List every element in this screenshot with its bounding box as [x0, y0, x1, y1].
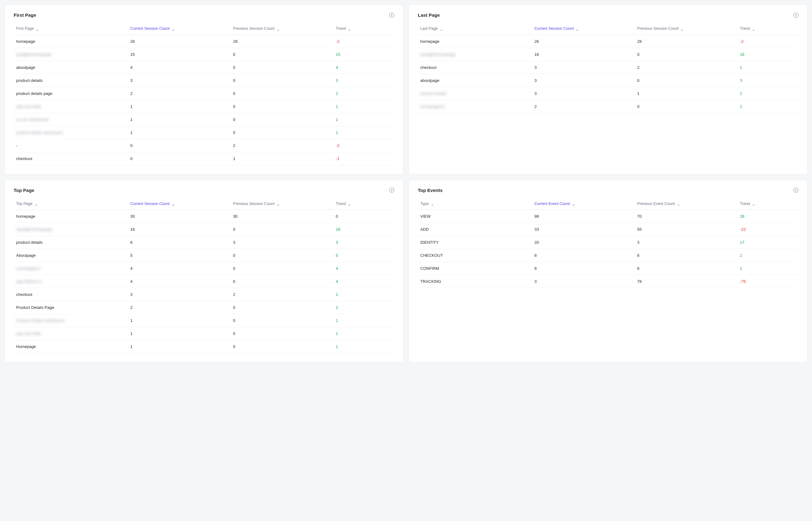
table-row: homepage2628-2	[418, 35, 798, 48]
row-trend-value: 2	[738, 100, 798, 113]
row-name-cell: VIEW	[418, 210, 532, 223]
info-icon[interactable]: i	[793, 13, 798, 18]
table-row: Aboutpage505	[14, 249, 394, 262]
column-header-current-event-count[interactable]: Current Event Count⌄	[532, 199, 635, 210]
row-current-value: 1	[128, 126, 231, 139]
data-table: Last Page⌄Current Session Count⌄Previous…	[418, 23, 798, 113]
column-header-type[interactable]: Type⌄	[418, 199, 532, 210]
first-page-card: First PageiFirst Page⌄Current Session Co…	[5, 5, 403, 174]
row-name-cell: TRACKING	[418, 275, 532, 288]
row-name: aboutpage	[420, 78, 439, 83]
row-current-value: 1	[128, 113, 231, 126]
column-header-first-page[interactable]: First Page⌄	[14, 23, 128, 35]
row-previous-value: 0	[231, 301, 333, 314]
table-static: Last Page⌄Current Session Count⌄Previous…	[418, 23, 798, 113]
info-icon[interactable]: i	[389, 13, 394, 18]
row-trend-value: 1	[333, 100, 394, 113]
row-name: ADD	[420, 227, 429, 232]
row-current-value: 3	[532, 275, 635, 288]
column-header-label: Previous Session Count	[233, 202, 274, 206]
chevron-down-icon: ⌄	[276, 202, 280, 206]
top-events-card: Top EventsiType⌄Current Event Count⌄Prev…	[409, 180, 807, 362]
row-name: checkout	[420, 65, 436, 70]
row-name-cell: product-details	[418, 87, 532, 100]
card-header: Last Pagei	[418, 13, 798, 18]
row-name: aboutpage	[16, 65, 35, 70]
chevron-down-icon: ⌄	[752, 27, 755, 31]
row-name-cell: spotlight/homepage	[14, 48, 128, 61]
row-trend-value: 4	[333, 61, 394, 74]
table-row: play and fluffy101	[14, 100, 394, 113]
row-trend-value: 3	[333, 236, 394, 249]
table-row: IDENTITY20317	[418, 236, 798, 249]
column-header-top-page[interactable]: Top Page⌄	[14, 199, 128, 210]
info-icon[interactable]: i	[793, 188, 798, 192]
row-current-value: 1	[128, 314, 231, 327]
row-trend-value: 1	[333, 340, 394, 353]
column-header-previous-session-count[interactable]: Previous Session Count⌄	[231, 23, 333, 35]
table-row: Product Details Page202	[14, 301, 394, 314]
row-previous-value: 0	[231, 126, 333, 139]
table-scroll[interactable]: Top Page⌄Current Session Count⌄Previous …	[14, 199, 394, 354]
column-header-current-session-count[interactable]: Current Session Count⌄	[128, 199, 231, 210]
row-current-value: 20	[532, 236, 635, 249]
row-name-cell: checkout	[14, 288, 128, 301]
column-header-current-session-count[interactable]: Current Session Count⌄	[532, 23, 635, 35]
row-trend-value: -75	[738, 275, 798, 288]
table-row: checkout321	[14, 288, 394, 301]
column-header-label: Trend	[336, 26, 346, 31]
row-name-cell: CONFIRM	[418, 262, 532, 275]
row-name: CHECKOUT	[420, 253, 443, 258]
chevron-down-icon: ⌄	[430, 202, 434, 206]
column-header-previous-event-count[interactable]: Previous Event Count⌄	[635, 199, 738, 210]
table-row: homepage30300	[14, 210, 394, 223]
table-row: product-details633	[14, 236, 394, 249]
row-name-cell: checkout	[418, 61, 532, 74]
table-row: spotlight/homepage15015	[14, 48, 394, 61]
column-header-label: Current Session Count	[534, 26, 574, 31]
row-trend-value: 2	[738, 262, 798, 275]
column-header-trend[interactable]: Trend⌄	[333, 23, 394, 35]
row-previous-value: 2	[231, 288, 333, 301]
column-header-trend[interactable]: Trend⌄	[738, 23, 798, 35]
row-name: app-00001111	[16, 279, 42, 284]
column-header-label: Type	[420, 202, 429, 206]
row-previous-value: 0	[231, 61, 333, 74]
row-name-cell: on-site dashboard	[14, 113, 128, 126]
column-header-trend[interactable]: Trend⌄	[333, 199, 394, 210]
row-current-value: 1	[128, 327, 231, 340]
row-trend-value: -2	[333, 35, 394, 48]
row-name: checkout	[16, 292, 32, 297]
table-row: Homepage101	[14, 340, 394, 353]
table-row: app-00001111404	[14, 275, 394, 288]
chevron-down-icon: ⌄	[36, 27, 39, 31]
row-name: CONFIRM	[420, 266, 439, 271]
column-header-trend[interactable]: Trend⌄	[738, 199, 798, 210]
row-current-value: 0	[128, 139, 231, 152]
column-header-previous-session-count[interactable]: Previous Session Count⌄	[635, 23, 738, 35]
row-previous-value: 3	[635, 236, 738, 249]
row-name: product-details	[16, 240, 43, 245]
row-trend-value: 3	[738, 74, 798, 87]
column-header-last-page[interactable]: Last Page⌄	[418, 23, 532, 35]
row-name: -	[16, 143, 17, 148]
table-row: play and fluffy101	[14, 327, 394, 340]
table-row: CONFIRM862	[418, 262, 798, 275]
row-current-value: 26	[128, 35, 231, 48]
column-header-previous-session-count[interactable]: Previous Session Count⌄	[231, 199, 333, 210]
row-current-value: 16	[532, 48, 635, 61]
row-name-cell: play and fluffy	[14, 327, 128, 340]
row-name-cell: homepage/v2	[418, 100, 532, 113]
row-name: play and fluffy	[16, 104, 41, 109]
row-current-value: 16	[128, 223, 231, 236]
row-trend-value: 2	[738, 87, 798, 100]
row-current-value: 15	[128, 48, 231, 61]
table-row: product details dashboard101	[14, 126, 394, 139]
info-icon[interactable]: i	[389, 188, 394, 192]
table-static: Type⌄Current Event Count⌄Previous Event …	[418, 199, 798, 288]
column-header-current-session-count[interactable]: Current Session Count⌄	[128, 23, 231, 35]
row-name: Aboutpage	[16, 253, 36, 258]
row-name-cell: Homepage	[14, 340, 128, 353]
row-name: Homepage	[16, 344, 36, 349]
row-name-cell: homepage/v2	[14, 262, 128, 275]
